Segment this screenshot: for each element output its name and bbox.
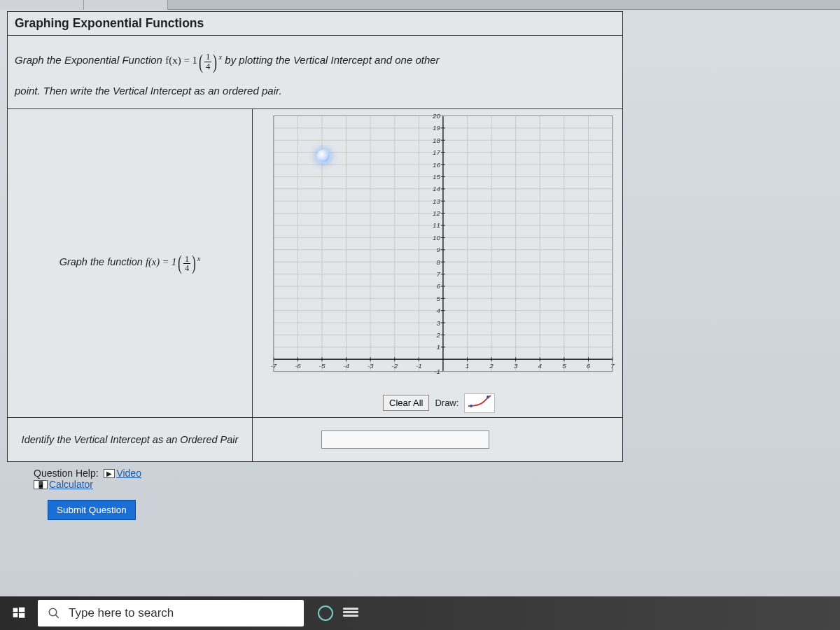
svg-text:2: 2 <box>489 362 493 370</box>
fx-text: f(x) = 1 <box>146 256 176 267</box>
svg-point-109 <box>470 405 472 407</box>
submit-question-button[interactable]: Submit Question <box>48 500 136 520</box>
calculator-help-link[interactable]: Calculator <box>49 479 93 490</box>
svg-text:17: 17 <box>433 148 441 156</box>
video-help-link[interactable]: Video <box>116 468 141 479</box>
svg-line-116 <box>55 615 59 618</box>
svg-text:9: 9 <box>436 246 440 253</box>
exponent: x <box>197 255 201 262</box>
help-label: Question Help: <box>34 468 99 479</box>
prompt-text: point. Then write the Vertical Intercept… <box>15 85 282 97</box>
fraction-numerator: 1 <box>204 52 211 62</box>
svg-text:-1: -1 <box>416 362 422 370</box>
svg-text:11: 11 <box>433 221 440 229</box>
svg-text:8: 8 <box>436 258 440 265</box>
svg-text:1: 1 <box>465 362 470 370</box>
svg-text:4: 4 <box>436 307 440 314</box>
svg-text:7: 7 <box>436 270 440 278</box>
calculator-icon: 📱 <box>34 480 48 489</box>
prompt-text: Graph the Exponential Function <box>15 54 165 66</box>
svg-text:19: 19 <box>433 124 441 132</box>
svg-text:6: 6 <box>587 362 591 370</box>
question-help-row: Question Help: ▶Video 📱Calculator <box>14 463 826 493</box>
graph-cell: 1234567891011121314151617181920-7-6-5-4-… <box>253 109 622 417</box>
svg-rect-113 <box>13 613 18 617</box>
search-icon <box>48 607 60 620</box>
browser-tab-strip <box>0 0 840 10</box>
svg-text:18: 18 <box>433 136 441 144</box>
windows-logo-icon <box>12 606 26 620</box>
svg-text:12: 12 <box>433 209 441 217</box>
graph-controls: Clear All Draw: <box>257 393 618 413</box>
svg-text:-6: -6 <box>295 362 301 370</box>
svg-text:6: 6 <box>436 282 440 290</box>
svg-text:-5: -5 <box>319 362 326 370</box>
panel-title: Graphing Exponential Functions <box>8 12 622 36</box>
svg-text:13: 13 <box>433 197 441 204</box>
svg-rect-111 <box>13 608 18 612</box>
taskbar-icons <box>318 606 358 621</box>
windows-taskbar[interactable]: Type here to search <box>0 596 840 630</box>
question-panel: Graphing Exponential Functions Graph the… <box>7 11 623 462</box>
task-view-icon[interactable] <box>343 607 358 620</box>
draw-tool-exponential[interactable] <box>464 393 495 413</box>
svg-rect-114 <box>19 613 24 618</box>
svg-text:5: 5 <box>436 294 440 302</box>
start-button[interactable] <box>0 596 38 630</box>
answer-cell <box>253 418 622 461</box>
svg-text:1: 1 <box>436 343 440 351</box>
svg-point-115 <box>49 608 57 616</box>
svg-text:2: 2 <box>435 330 440 338</box>
svg-text:15: 15 <box>433 172 441 180</box>
exponent: x <box>218 53 222 61</box>
fraction-denominator: 4 <box>183 264 190 272</box>
browser-tab[interactable] <box>84 0 168 10</box>
math-expression: f(x) = 1(14)x <box>165 41 222 81</box>
fx-text: f(x) = 1 <box>165 55 197 66</box>
clear-all-button[interactable]: Clear All <box>383 395 429 411</box>
svg-text:16: 16 <box>433 160 441 168</box>
video-icon: ▶ <box>104 469 115 478</box>
svg-text:3: 3 <box>436 318 440 326</box>
draw-label: Draw: <box>435 398 458 408</box>
question-prompt: Graph the Exponential Function f(x) = 1(… <box>8 36 622 109</box>
svg-text:4: 4 <box>538 362 542 370</box>
svg-text:10: 10 <box>433 233 441 241</box>
browser-tab[interactable] <box>0 0 84 10</box>
math-expression: f(x) = 1(14)x <box>146 251 200 274</box>
fraction-denominator: 4 <box>204 62 211 71</box>
exp-curve-icon <box>467 395 492 409</box>
svg-point-110 <box>486 396 489 398</box>
prompt-text: by plotting the Vertical Intercept and o… <box>225 54 439 66</box>
svg-text:14: 14 <box>433 185 441 192</box>
graph-task-label: Graph the function f(x) = 1(14)x <box>8 109 253 417</box>
intercept-task-label: Identify the Vertical Intercept as an Or… <box>8 418 253 461</box>
taskbar-search[interactable]: Type here to search <box>38 600 304 626</box>
svg-rect-112 <box>19 608 24 612</box>
vertical-intercept-input[interactable] <box>321 430 489 449</box>
cortana-icon[interactable] <box>318 606 333 621</box>
graph-canvas[interactable]: 1234567891011121314151617181920-7-6-5-4-… <box>257 111 618 391</box>
svg-text:5: 5 <box>562 362 566 370</box>
label-text: Identify the Vertical Intercept as an Or… <box>22 434 239 445</box>
coordinate-plane[interactable]: 1234567891011121314151617181920-7-6-5-4-… <box>257 111 618 391</box>
label-text: Graph the function <box>59 256 146 267</box>
fraction-numerator: 1 <box>183 255 190 264</box>
svg-text:-4: -4 <box>343 362 349 370</box>
svg-text:-2: -2 <box>391 362 398 370</box>
svg-text:-3: -3 <box>368 362 374 370</box>
search-placeholder-text: Type here to search <box>69 606 174 620</box>
svg-text:3: 3 <box>514 362 518 370</box>
